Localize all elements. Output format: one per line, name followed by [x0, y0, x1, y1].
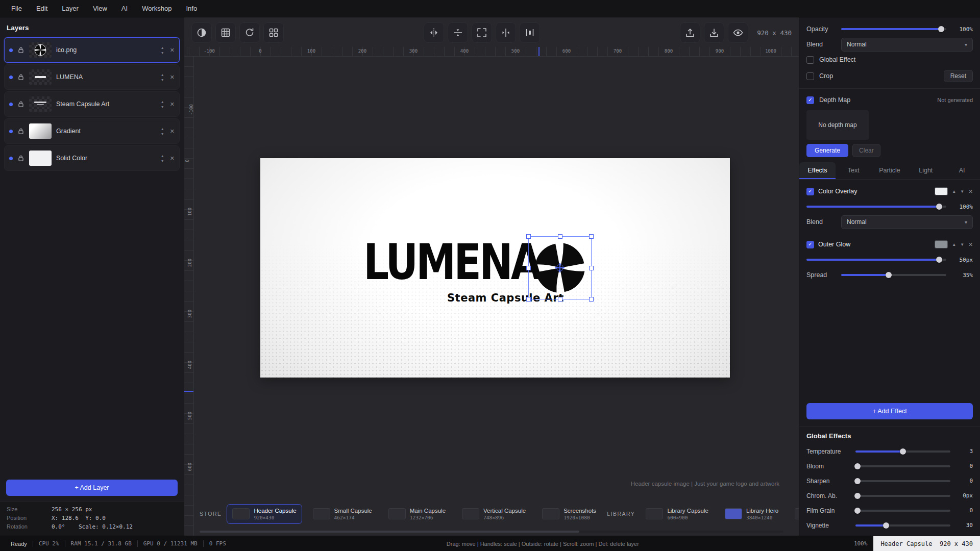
rotate-tool-button[interactable]	[239, 22, 260, 43]
clear-button[interactable]: Clear	[852, 144, 880, 157]
outer-glow-size-slider[interactable]	[806, 256, 946, 263]
lock-icon[interactable]	[17, 128, 24, 135]
lock-icon[interactable]	[17, 46, 24, 54]
tab-ai[interactable]: AI	[944, 162, 980, 179]
move-layer-up-icon[interactable]: ▲	[161, 46, 164, 49]
layer-row-gradient[interactable]: Gradient ▲ ▼ ✕	[4, 118, 180, 144]
layer-row-solid-color[interactable]: Solid Color ▲ ▼ ✕	[4, 145, 180, 171]
color-overlay-swatch[interactable]	[935, 187, 948, 195]
remove-effect-icon[interactable]: ✕	[968, 188, 973, 194]
delete-layer-icon[interactable]: ✕	[170, 155, 175, 162]
depth-map-checkbox[interactable]: ✓	[806, 96, 814, 104]
selection-handle-nw[interactable]	[526, 234, 531, 239]
vignette-slider[interactable]	[855, 522, 950, 529]
visibility-toggle[interactable]	[9, 76, 13, 79]
menu-file[interactable]: File	[4, 0, 29, 17]
move-layer-up-icon[interactable]: ▲	[161, 100, 164, 104]
blend-dropdown[interactable]: Normal ▾	[841, 38, 973, 52]
add-effect-button[interactable]: + Add Effect	[806, 403, 973, 419]
sharpen-slider[interactable]	[855, 478, 950, 485]
menu-view[interactable]: View	[86, 0, 114, 17]
scrollbar-thumb[interactable]	[200, 531, 579, 533]
add-layer-button[interactable]: + Add Layer	[6, 480, 178, 496]
effect-move-up-icon[interactable]: ▲	[952, 189, 956, 194]
move-layer-up-icon[interactable]: ▲	[161, 127, 164, 131]
generate-button[interactable]: Generate	[806, 144, 848, 157]
visibility-toggle[interactable]	[9, 157, 13, 160]
selection-box[interactable]	[528, 236, 592, 299]
format-main-capsule[interactable]: Main Capsule 1232×706	[383, 504, 451, 524]
lock-icon[interactable]	[17, 73, 24, 81]
menu-ai[interactable]: AI	[114, 0, 135, 17]
export-button[interactable]	[680, 22, 700, 43]
selection-center-anchor[interactable]	[556, 264, 564, 271]
effect-move-down-icon[interactable]: ▼	[960, 189, 964, 194]
bloom-slider[interactable]	[855, 463, 950, 470]
format-header-capsule[interactable]: Header Capsule 920×430	[227, 504, 302, 524]
move-layer-up-icon[interactable]: ▲	[161, 154, 164, 158]
move-layer-down-icon[interactable]: ▼	[161, 51, 164, 55]
visibility-toggle[interactable]	[9, 103, 13, 106]
crop-checkbox[interactable]: ✓	[806, 72, 814, 80]
remove-effect-icon[interactable]: ✕	[968, 241, 973, 247]
format-library-logo[interactable]: Library Logo 1280×720	[789, 504, 799, 524]
flip-horizontal-button[interactable]	[424, 22, 444, 43]
color-overlay-blend-dropdown[interactable]: Normal ▾	[841, 215, 973, 229]
tab-light[interactable]: Light	[908, 162, 944, 179]
mask-tool-button[interactable]	[191, 22, 212, 43]
fit-view-button[interactable]	[472, 22, 492, 43]
tab-text[interactable]: Text	[836, 162, 872, 179]
opacity-slider[interactable]	[841, 26, 946, 33]
align-vertical-center-button[interactable]	[448, 22, 468, 43]
menu-info[interactable]: Info	[179, 0, 204, 17]
outer-glow-checkbox[interactable]: ✓	[806, 241, 814, 248]
lock-icon[interactable]	[17, 101, 24, 108]
selection-handle-e[interactable]	[589, 266, 594, 270]
selection-handle-w[interactable]	[526, 266, 531, 270]
effect-move-down-icon[interactable]: ▼	[960, 242, 964, 247]
layer-row-ico-png[interactable]: ico.png ▲ ▼ ✕	[4, 37, 180, 63]
film-grain-slider[interactable]	[855, 507, 950, 514]
active-format-indicator[interactable]: Header Capsule 920 x 430	[873, 536, 980, 551]
layout-tool-button[interactable]	[263, 22, 284, 43]
visibility-toggle[interactable]	[9, 130, 13, 133]
align-horizontal-center-button[interactable]	[496, 22, 516, 43]
format-vertical-capsule[interactable]: Vertical Capsule 748×896	[456, 504, 531, 524]
menu-edit[interactable]: Edit	[29, 0, 55, 17]
move-layer-down-icon[interactable]: ▼	[161, 105, 164, 109]
grid-tool-button[interactable]	[215, 22, 236, 43]
delete-layer-icon[interactable]: ✕	[170, 128, 175, 135]
move-layer-down-icon[interactable]: ▼	[161, 132, 164, 136]
delete-layer-icon[interactable]: ✕	[170, 101, 175, 108]
format-library-hero[interactable]: Library Hero 3840×1240	[719, 504, 784, 524]
effect-move-up-icon[interactable]: ▲	[952, 242, 956, 247]
import-button[interactable]	[704, 22, 724, 43]
delete-layer-icon[interactable]: ✕	[170, 74, 175, 81]
move-layer-up-icon[interactable]: ▲	[161, 73, 164, 77]
selection-handle-ne[interactable]	[589, 234, 594, 239]
move-layer-down-icon[interactable]: ▼	[161, 159, 164, 163]
selection-handle-se[interactable]	[589, 297, 594, 302]
canvas-area[interactable]: 920 x 430 -10001002003004005006007008009…	[184, 17, 799, 536]
format-screenshots[interactable]: Screenshots 980×551	[536, 504, 602, 524]
selection-handle-s[interactable]	[558, 297, 562, 302]
tab-effects[interactable]: Effects	[799, 162, 836, 179]
canvas-stage[interactable]: LUMENA Steam Capsule Art	[260, 158, 730, 378]
global-effect-checkbox[interactable]: ✓	[806, 56, 814, 64]
temperature-slider[interactable]	[855, 448, 950, 455]
lock-icon[interactable]	[17, 155, 24, 162]
reset-button[interactable]: Reset	[944, 70, 973, 82]
selection-handle-sw[interactable]	[526, 297, 531, 302]
format-scrollbar[interactable]	[200, 531, 783, 533]
chromatic-aberration-slider[interactable]	[855, 492, 950, 499]
outer-glow-spread-slider[interactable]	[841, 271, 946, 279]
move-layer-down-icon[interactable]: ▼	[161, 78, 164, 82]
color-overlay-amount-slider[interactable]	[806, 203, 946, 210]
preview-toggle-button[interactable]	[728, 22, 748, 43]
distribute-horizontal-button[interactable]	[520, 22, 540, 43]
menu-workshop[interactable]: Workshop	[135, 0, 179, 17]
selection-handle-n[interactable]	[558, 234, 562, 239]
outer-glow-swatch[interactable]	[935, 240, 948, 248]
color-overlay-checkbox[interactable]: ✓	[806, 188, 814, 195]
format-library-capsule[interactable]: Library Capsule 600×900	[640, 504, 714, 524]
